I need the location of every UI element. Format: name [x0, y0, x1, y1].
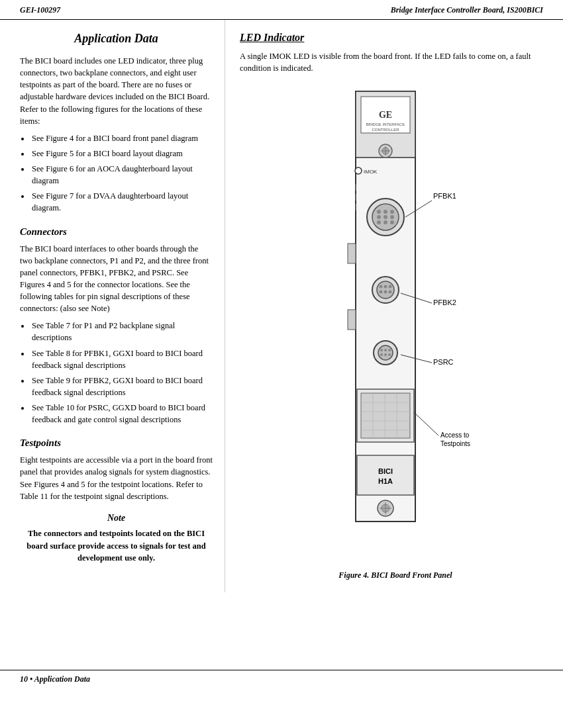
svg-text:IMOK: IMOK — [364, 169, 378, 175]
list-item: See Figure 7 for a DVAA daughterboard la… — [30, 190, 213, 214]
note-heading: Note — [20, 513, 213, 523]
page-body: Application Data The BICI board includes… — [0, 20, 563, 592]
svg-text:PFBK1: PFBK1 — [433, 192, 456, 200]
svg-point-16 — [390, 210, 394, 214]
list-item: See Figure 6 for an AOCA daughterboard l… — [30, 163, 213, 187]
svg-point-17 — [377, 215, 381, 219]
header-left: GEI-100297 — [20, 5, 60, 15]
page-title: Application Data — [20, 32, 213, 46]
svg-point-19 — [390, 215, 394, 219]
testpoints-heading: Testpoints — [20, 437, 213, 449]
svg-rect-65 — [348, 310, 356, 330]
header-right: Bridge Interface Controller Board, IS200… — [391, 5, 543, 15]
svg-point-36 — [378, 345, 393, 360]
svg-text:H1A: H1A — [378, 477, 393, 485]
svg-text:GE: GE — [379, 110, 392, 120]
svg-point-37 — [380, 349, 383, 351]
diagram-svg-wrapper: GE BRIDGE INTERFACE CONTROLLER IMOK — [303, 85, 488, 564]
svg-point-32 — [389, 291, 392, 294]
svg-point-18 — [384, 215, 387, 219]
list-item: See Table 10 for PSRC, GGXD board to BIC… — [30, 402, 213, 426]
left-column: Application Data The BICI board includes… — [0, 20, 225, 592]
svg-text:BICI: BICI — [378, 467, 393, 475]
board-svg: GE BRIDGE INTERFACE CONTROLLER IMOK — [303, 85, 488, 561]
page-header: GEI-100297 Bridge Interface Controller B… — [0, 0, 563, 20]
list-item: See Figure 5 for a BICI board layout dia… — [30, 148, 213, 159]
testpoints-text: Eight testpoints are accessible via a po… — [20, 454, 213, 502]
led-heading: LED Indicator — [240, 32, 551, 44]
svg-point-30 — [380, 291, 383, 294]
svg-text:Access to: Access to — [440, 432, 470, 439]
footer-text: 10 • Application Data — [20, 674, 90, 684]
svg-text:BRIDGE INTERFACE: BRIDGE INTERFACE — [366, 122, 405, 126]
svg-point-27 — [380, 285, 383, 289]
figure-caption: Figure 4. BICI Board Front Panel — [338, 570, 452, 580]
svg-rect-64 — [348, 244, 356, 263]
connectors-heading: Connectors — [20, 226, 213, 238]
right-column: LED Indicator A single IMOK LED is visib… — [225, 20, 563, 592]
svg-point-22 — [390, 220, 394, 224]
page-footer: 10 • Application Data — [0, 670, 563, 688]
svg-point-41 — [384, 353, 387, 356]
svg-text:Testpoints: Testpoints — [440, 440, 470, 447]
svg-point-40 — [380, 353, 383, 356]
svg-point-15 — [384, 210, 387, 214]
svg-rect-46 — [361, 393, 410, 438]
svg-point-14 — [377, 210, 381, 214]
intro-text: The BICI board includes one LED indicato… — [20, 55, 213, 127]
note-box: Note The connectors and testpoints locat… — [20, 513, 213, 565]
connectors-bullets: See Table 7 for P1 and P2 backplane sign… — [30, 320, 213, 426]
svg-line-54 — [414, 412, 438, 435]
intro-bullets: See Figure 4 for a BICI board front pane… — [30, 132, 213, 214]
svg-text:PFBK2: PFBK2 — [433, 298, 456, 306]
svg-point-26 — [377, 281, 394, 298]
svg-text:CONTROLLER: CONTROLLER — [372, 128, 399, 132]
list-item: See Table 9 for PFBK2, GGXI board to BIC… — [30, 375, 213, 398]
note-text: The connectors and testpoints located on… — [20, 527, 213, 565]
svg-point-42 — [388, 353, 391, 356]
board-diagram: GE BRIDGE INTERFACE CONTROLLER IMOK — [240, 85, 551, 580]
svg-point-29 — [389, 285, 392, 289]
svg-point-28 — [384, 285, 387, 289]
list-item: See Figure 4 for a BICI board front pane… — [30, 132, 213, 144]
svg-point-38 — [384, 349, 387, 351]
list-item: See Table 8 for PFBK1, GGXI board to BIC… — [30, 347, 213, 371]
svg-point-20 — [377, 220, 381, 224]
svg-point-31 — [384, 291, 387, 294]
svg-point-21 — [384, 220, 387, 224]
list-item: See Table 7 for P1 and P2 backplane sign… — [30, 320, 213, 343]
svg-point-39 — [388, 349, 391, 351]
svg-point-10 — [355, 167, 362, 174]
svg-rect-57 — [357, 455, 414, 495]
svg-text:PSRC: PSRC — [433, 358, 454, 366]
connectors-text: The BICI board interfaces to other board… — [20, 243, 213, 315]
led-text: A single IMOK LED is visible from the bo… — [240, 50, 551, 74]
